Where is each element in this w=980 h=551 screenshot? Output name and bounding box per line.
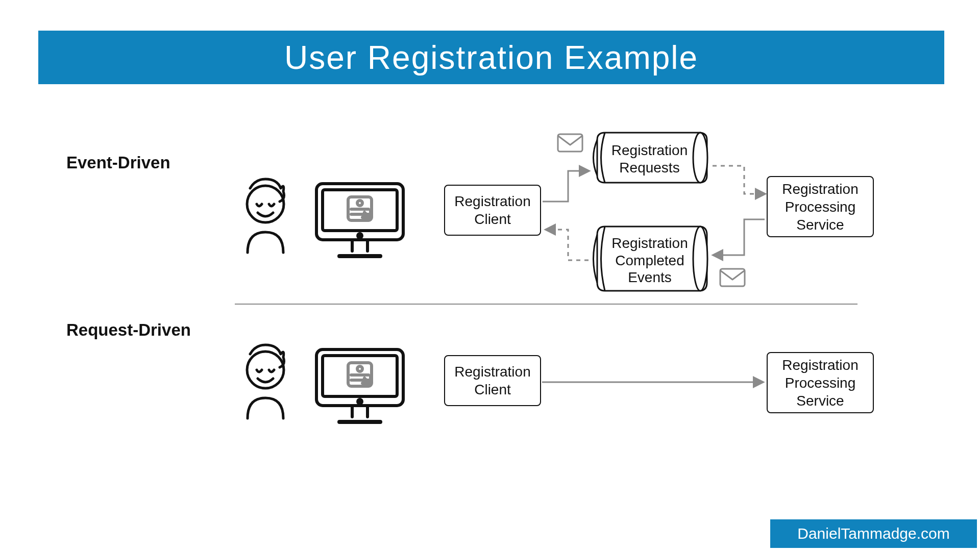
user-icon — [237, 176, 293, 258]
computer-icon — [311, 179, 408, 265]
divider-line — [235, 304, 857, 305]
section-label-event: Event-Driven — [66, 153, 170, 172]
footer-text: DanielTammadge.com — [797, 525, 949, 542]
envelope-icon — [556, 132, 584, 154]
slide-title: User Registration Example — [284, 39, 698, 77]
box-registration-client-bottom: Registration Client — [444, 355, 541, 406]
box-registration-processing-bottom: Registration Processing Service — [767, 352, 874, 413]
arrow-request-driven — [542, 374, 767, 390]
svg-point-3 — [358, 234, 362, 238]
title-bar: User Registration Example — [38, 31, 944, 84]
footer-attribution: DanielTammadge.com — [770, 519, 977, 548]
svg-point-17 — [357, 366, 362, 371]
svg-point-5 — [357, 201, 362, 206]
slide: User Registration Example Event-Driven R… — [0, 0, 980, 551]
svg-point-15 — [358, 399, 362, 404]
arrows-event-driven — [540, 153, 785, 296]
box-registration-client-top: Registration Client — [444, 185, 541, 236]
computer-icon — [311, 344, 408, 431]
svg-rect-9 — [558, 134, 582, 152]
user-icon — [237, 342, 293, 423]
section-label-request: Request-Driven — [66, 320, 191, 340]
